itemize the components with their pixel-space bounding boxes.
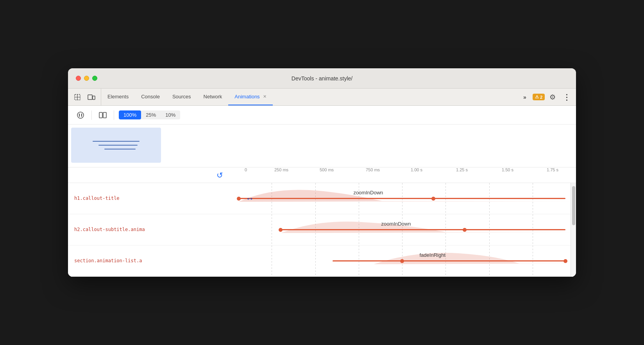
track-anim-label-2: zoomInDown — [381, 221, 411, 226]
traffic-lights — [76, 76, 97, 81]
anim-row-1[interactable]: h1.callout-title — [68, 183, 576, 214]
pause-btn[interactable] — [74, 109, 87, 121]
svg-point-5 — [77, 112, 84, 118]
tick-125: 1.25 s — [456, 167, 468, 172]
svg-rect-8 — [99, 112, 102, 118]
more-options-btn[interactable]: ⋮ — [560, 91, 573, 103]
title-bar: DevTools - animate.style/ — [68, 68, 576, 89]
toolbar-divider-2 — [114, 110, 114, 120]
preview-line-1 — [93, 141, 140, 142]
track-dot-3-start — [400, 259, 404, 263]
minimize-button[interactable] — [84, 76, 89, 81]
track-line-1 — [239, 198, 566, 199]
timeline-rows: h1.callout-title — [68, 183, 576, 277]
scrollbar-thumb[interactable] — [572, 186, 575, 225]
speed-25-btn[interactable]: 25% — [141, 110, 161, 119]
track-dot-1-mid — [431, 197, 435, 201]
tabs: Elements Console Sources Network Animati… — [101, 89, 515, 105]
track-line-3 — [333, 260, 565, 261]
tab-bar: Elements Console Sources Network Animati… — [68, 89, 576, 106]
settings-icon: ⚙ — [549, 93, 556, 101]
scrollbar-track[interactable] — [571, 183, 576, 277]
preview-area — [68, 124, 576, 167]
tick-0: 0 — [245, 167, 247, 172]
tab-sources[interactable]: Sources — [166, 89, 197, 105]
anim-track-3: fadeInRight — [228, 245, 576, 276]
anim-row-3[interactable]: section.animation-list.a — [68, 245, 576, 277]
ruler-ticks: 0 250 ms 500 ms 750 ms 1.00 s 1.25 s 1.5… — [228, 167, 576, 183]
toolbar-divider-1 — [91, 110, 92, 120]
animation-preview — [71, 128, 161, 163]
svg-rect-4 — [93, 96, 95, 100]
tick-500: 500 ms — [320, 167, 334, 172]
animations-panel: ↺ 0 250 ms 500 ms 750 ms 1.00 s 1.25 s 1… — [68, 124, 576, 277]
tab-console[interactable]: Console — [135, 89, 166, 105]
error-badge[interactable]: ⚠ 2 — [533, 94, 545, 100]
track-dot-1-start — [237, 197, 241, 201]
speed-group: 100% 25% 10% — [119, 110, 180, 119]
more-options-icon: ⋮ — [563, 92, 571, 102]
svg-rect-3 — [88, 95, 92, 100]
anim-label-3: section.animation-list.a — [68, 258, 228, 264]
device-icon-btn[interactable] — [85, 91, 98, 103]
track-anim-label-1: zoomInDown — [353, 189, 383, 195]
speed-100-btn[interactable]: 100% — [119, 110, 141, 119]
track-line-2 — [281, 229, 566, 230]
animations-toolbar: 100% 25% 10% — [68, 106, 576, 124]
cursor-icon-btn[interactable] — [71, 91, 84, 103]
speed-10-btn[interactable]: 10% — [161, 110, 180, 119]
preview-line-2 — [98, 145, 138, 146]
tick-750: 750 ms — [366, 167, 380, 172]
tab-animations[interactable]: Animations ✕ — [228, 89, 272, 105]
window-title: DevTools - animate.style/ — [292, 75, 352, 82]
chevrons-icon: » — [523, 94, 526, 100]
anim-label-1: h1.callout-title — [68, 196, 228, 201]
tick-1s: 1.00 s — [411, 167, 422, 172]
track-dot-3-end — [564, 259, 567, 263]
tick-175: 1.75 s — [547, 167, 558, 172]
track-anim-label-3: fadeInRight — [420, 252, 446, 258]
timeline-container: ↺ 0 250 ms 500 ms 750 ms 1.00 s 1.25 s 1… — [68, 167, 576, 277]
tick-250: 250 ms — [274, 167, 288, 172]
track-dot-2-start — [279, 228, 283, 232]
tab-bar-left-icons — [71, 89, 101, 105]
close-button[interactable] — [76, 76, 81, 81]
track-dot-2-mid — [463, 228, 467, 232]
anim-track-1: ↔ zoomInDown — [228, 183, 576, 214]
curve-3 — [228, 249, 576, 266]
devtools-window: DevTools - animate.style/ — [68, 68, 576, 277]
preview-line-3 — [104, 149, 136, 149]
curve-1 — [228, 186, 576, 204]
anim-row-2[interactable]: h2.callout-subtitle.anima — [68, 214, 576, 245]
tab-bar-right: » ⚠ 2 ⚙ ⋮ — [515, 89, 573, 105]
tab-elements[interactable]: Elements — [101, 89, 135, 105]
tab-animations-close[interactable]: ✕ — [263, 94, 267, 99]
devtools-body: Elements Console Sources Network Animati… — [68, 89, 576, 277]
tick-150: 1.50 s — [502, 167, 513, 172]
settings-btn[interactable]: ⚙ — [546, 91, 559, 103]
badge-icon: ⚠ — [535, 94, 539, 100]
tab-network[interactable]: Network — [197, 89, 229, 105]
maximize-button[interactable] — [92, 76, 97, 81]
replay-btn[interactable]: ↺ — [216, 171, 223, 180]
anim-track-2: zoomInDown — [228, 214, 576, 245]
anim-label-2: h2.callout-subtitle.anima — [68, 227, 228, 233]
drag-arrow-1[interactable]: ↔ — [246, 194, 254, 204]
screenshot-btn[interactable] — [97, 109, 109, 121]
timeline-ruler: ↺ 0 250 ms 500 ms 750 ms 1.00 s 1.25 s 1… — [68, 167, 576, 183]
more-tabs-btn[interactable]: » — [519, 91, 531, 103]
svg-rect-9 — [103, 112, 106, 118]
